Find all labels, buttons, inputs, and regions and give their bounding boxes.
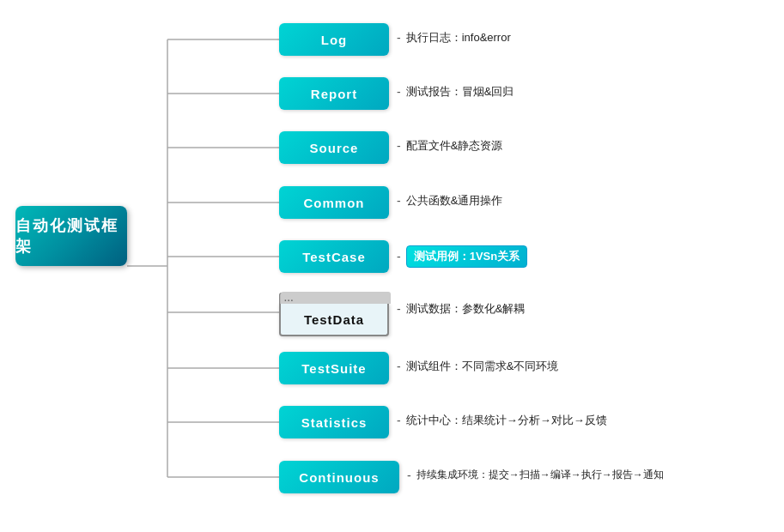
dash-log: - xyxy=(397,31,401,45)
dash-statistics: - xyxy=(397,414,401,427)
branch-log: Log xyxy=(279,23,389,56)
desc-testdata-text: 测试数据：参数化&解耦 xyxy=(406,301,526,317)
branch-report-label: Report xyxy=(311,87,357,101)
branch-log-label: Log xyxy=(321,33,348,47)
desc-continuous: - 持续集成环境：提交→扫描→编译→执行→报告→通知 xyxy=(407,468,664,482)
branch-statistics-label: Statistics xyxy=(301,415,368,430)
dash-testsuite: - xyxy=(397,360,401,373)
branch-common: Common xyxy=(279,186,389,219)
desc-log-text: 执行日志：info&error xyxy=(406,30,511,45)
dash-testdata: - xyxy=(397,302,401,316)
desc-common-text: 公共函数&通用操作 xyxy=(406,193,503,209)
dash-continuous: - xyxy=(407,469,411,482)
desc-testsuite: - 测试组件：不同需求&不同环境 xyxy=(397,359,558,374)
desc-testcase-text: 测试用例：1VSn关系 xyxy=(406,245,528,268)
branch-testcase: TestCase xyxy=(279,240,389,273)
desc-testsuite-text: 测试组件：不同需求&不同环境 xyxy=(406,359,559,374)
branch-testdata: TestData xyxy=(279,304,389,336)
branch-common-label: Common xyxy=(304,196,365,210)
desc-report: - 测试报告：冒烟&回归 xyxy=(397,84,514,100)
desc-source: - 配置文件&静态资源 xyxy=(397,138,502,154)
desc-report-text: 测试报告：冒烟&回归 xyxy=(406,84,514,100)
desc-source-text: 配置文件&静态资源 xyxy=(406,138,503,154)
desc-testcase: - 测试用例：1VSn关系 xyxy=(397,245,527,268)
dash-source: - xyxy=(397,139,401,153)
desc-testdata: - 测试数据：参数化&解耦 xyxy=(397,301,525,317)
branch-testsuite-label: TestSuite xyxy=(301,361,366,376)
desc-continuous-text: 持续集成环境：提交→扫描→编译→执行→报告→通知 xyxy=(416,468,664,482)
dash-report: - xyxy=(397,85,401,99)
desc-statistics: - 统计中心：结果统计→分析→对比→反馈 xyxy=(397,413,607,428)
branch-report: Report xyxy=(279,77,389,110)
branch-continuous-label: Continuous xyxy=(299,470,379,485)
dash-testcase: - xyxy=(397,250,401,263)
desc-log: - 执行日志：info&error xyxy=(397,30,511,45)
branch-testdata-wrapper: · · · TestData xyxy=(279,293,389,337)
root-label: 自动化测试框架 xyxy=(15,215,127,257)
desc-common: - 公共函数&通用操作 xyxy=(397,193,502,209)
branch-statistics: Statistics xyxy=(279,406,389,438)
branch-source-label: Source xyxy=(310,141,359,155)
branch-source: Source xyxy=(279,131,389,164)
diagram-container: 自动化测试框架 Log - 执行日志：info&error Report - 测… xyxy=(0,0,784,532)
branch-testdata-label: TestData xyxy=(304,312,364,327)
root-node: 自动化测试框架 xyxy=(15,206,127,266)
branch-continuous: Continuous xyxy=(279,461,399,493)
connector-lines xyxy=(0,0,784,532)
dash-common: - xyxy=(397,194,401,208)
branch-testsuite: TestSuite xyxy=(279,352,389,384)
branch-testcase-label: TestCase xyxy=(302,250,366,264)
desc-statistics-text: 统计中心：结果统计→分析→对比→反馈 xyxy=(406,413,607,428)
